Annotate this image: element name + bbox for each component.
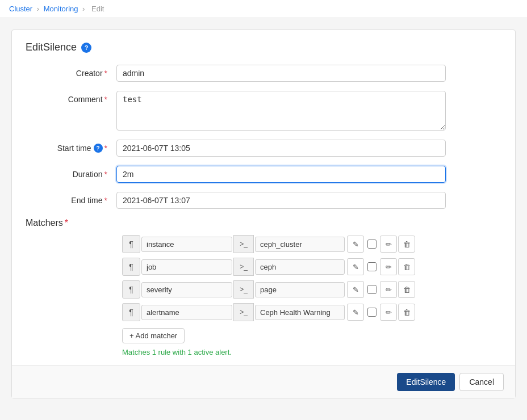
matcher-checkbox-4[interactable] — [367, 308, 377, 317]
matchers-rows: ¶ >_ ✎ ✏ 🗑 ¶ — [116, 235, 501, 356]
matcher-edit-btn-4[interactable]: ✏ — [380, 304, 397, 321]
end-time-input[interactable] — [116, 192, 446, 209]
matcher-row: ¶ >_ ✎ ✏ 🗑 — [122, 258, 501, 276]
comment-label: Comment* — [26, 91, 116, 104]
matcher-edit-btn-1[interactable]: ✏ — [380, 236, 397, 253]
matcher-name-1[interactable] — [141, 237, 232, 252]
matcher-value-1[interactable] — [255, 237, 345, 252]
matcher-actions-1: ✎ ✏ 🗑 — [347, 236, 415, 253]
creator-required: * — [104, 69, 107, 78]
matcher-checkbox-3[interactable] — [367, 285, 377, 294]
matcher-value-3[interactable] — [255, 282, 345, 297]
matcher-delete-btn-2[interactable]: 🗑 — [398, 258, 415, 275]
edit-silence-submit-button[interactable]: EditSilence — [397, 373, 455, 391]
matcher-actions-4: ✎ ✏ 🗑 — [347, 304, 415, 321]
panel-title: EditSilence ? — [26, 41, 501, 53]
matcher-regex-btn-1[interactable]: ✎ — [347, 236, 364, 253]
end-time-label: End time* — [26, 192, 116, 205]
matcher-icon-2: ¶ — [122, 258, 140, 276]
matchers-section: Matchers* ¶ >_ ✎ ✏ 🗑 — [26, 218, 501, 356]
comment-required: * — [104, 95, 107, 104]
matcher-name-2[interactable] — [141, 259, 232, 275]
matcher-icon-1: ¶ — [122, 235, 140, 253]
title-help-icon[interactable]: ? — [81, 43, 91, 53]
matcher-delete-btn-4[interactable]: 🗑 — [398, 304, 415, 321]
start-time-input[interactable] — [116, 140, 446, 157]
start-time-help-icon[interactable]: ? — [94, 144, 103, 153]
matcher-name-4[interactable] — [141, 305, 232, 320]
matcher-row: ¶ >_ ✎ ✏ 🗑 — [122, 280, 501, 299]
creator-input[interactable] — [116, 65, 446, 82]
matcher-checkbox-2[interactable] — [367, 262, 377, 271]
matcher-row: ¶ >_ ✎ ✏ 🗑 — [122, 303, 501, 321]
form-footer: EditSilence Cancel — [12, 366, 515, 398]
matcher-name-3[interactable] — [141, 282, 232, 297]
matcher-checkbox-1[interactable] — [367, 240, 377, 249]
duration-input[interactable] — [116, 166, 446, 183]
breadcrumb-monitoring[interactable]: Monitoring — [44, 5, 78, 13]
matcher-op-2: >_ — [233, 258, 254, 276]
start-time-group: Start time ? * — [26, 140, 501, 157]
end-time-required: * — [104, 196, 107, 205]
breadcrumb-sep2: › — [82, 5, 85, 13]
matcher-op-1: >_ — [233, 235, 254, 253]
matcher-op-4: >_ — [233, 303, 254, 321]
matcher-edit-btn-3[interactable]: ✏ — [380, 281, 397, 298]
comment-input[interactable]: test — [116, 91, 446, 131]
matcher-delete-btn-3[interactable]: 🗑 — [398, 281, 415, 298]
matches-text: Matches 1 rule with 1 active alert. — [122, 348, 501, 356]
matcher-value-2[interactable] — [255, 259, 345, 275]
matcher-value-4[interactable] — [255, 305, 345, 320]
matcher-row: ¶ >_ ✎ ✏ 🗑 — [122, 235, 501, 253]
matcher-delete-btn-1[interactable]: 🗑 — [398, 236, 415, 253]
edit-silence-panel: EditSilence ? Creator* Comment* test Sta… — [11, 30, 516, 398]
matcher-regex-btn-3[interactable]: ✎ — [347, 281, 364, 298]
duration-required: * — [104, 170, 107, 179]
cancel-button[interactable]: Cancel — [459, 373, 504, 391]
comment-group: Comment* test — [26, 91, 501, 131]
matchers-title: Matchers* — [26, 218, 501, 228]
matcher-regex-btn-4[interactable]: ✎ — [347, 304, 364, 321]
start-time-required: * — [104, 144, 107, 153]
matcher-icon-4: ¶ — [122, 303, 140, 321]
matcher-regex-btn-2[interactable]: ✎ — [347, 258, 364, 275]
breadcrumb: Cluster › Monitoring › Edit — [0, 0, 527, 18]
breadcrumb-cluster[interactable]: Cluster — [9, 5, 32, 13]
matcher-edit-btn-2[interactable]: ✏ — [380, 258, 397, 275]
matcher-icon-3: ¶ — [122, 280, 140, 299]
duration-label: Duration* — [26, 166, 116, 179]
creator-group: Creator* — [26, 65, 501, 82]
end-time-group: End time* — [26, 192, 501, 209]
creator-label: Creator* — [26, 65, 116, 78]
start-time-label: Start time ? * — [26, 140, 116, 153]
matcher-op-3: >_ — [233, 280, 254, 299]
breadcrumb-sep1: › — [37, 5, 39, 13]
matchers-required: * — [65, 218, 68, 228]
matcher-actions-3: ✎ ✏ 🗑 — [347, 281, 415, 298]
duration-group: Duration* — [26, 166, 501, 183]
breadcrumb-edit: Edit — [91, 5, 104, 13]
matcher-actions-2: ✎ ✏ 🗑 — [347, 258, 415, 275]
add-matcher-button[interactable]: + Add matcher — [122, 328, 185, 343]
panel-title-text: EditSilence — [26, 41, 77, 53]
